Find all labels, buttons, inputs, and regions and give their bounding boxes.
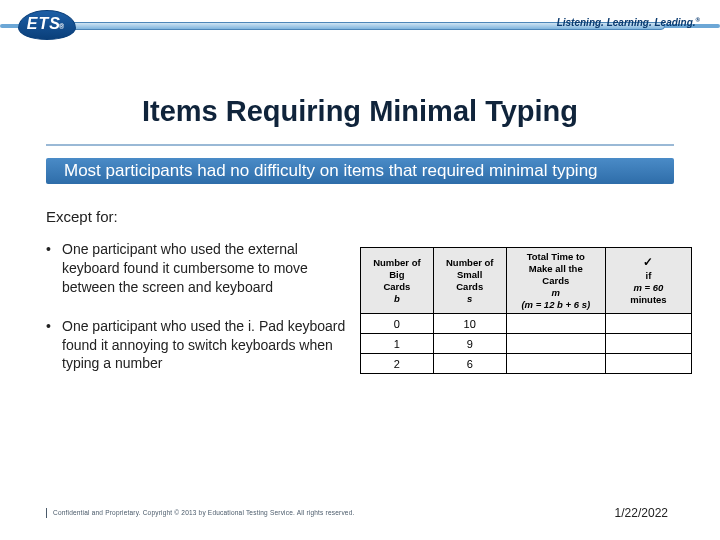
hdr-var: m xyxy=(552,287,560,298)
col-header-small-cards: Number of Small Cards s xyxy=(433,248,506,314)
cell-s: 6 xyxy=(433,354,506,374)
table-header-row: Number of Big Cards b Number of Small Ca… xyxy=(361,248,692,314)
hdr-line: Number of xyxy=(446,257,494,268)
registered-mark: ® xyxy=(696,17,700,23)
cell-s: 10 xyxy=(433,314,506,334)
data-table: Number of Big Cards b Number of Small Ca… xyxy=(360,247,692,374)
ets-logo: ETS® xyxy=(18,10,76,40)
title-underline xyxy=(46,144,674,146)
bullet-dot: • xyxy=(46,317,62,374)
hdr-line: minutes xyxy=(630,294,666,305)
tagline: Listening. Learning. Leading.® xyxy=(557,17,700,28)
registered-mark: ® xyxy=(59,23,65,30)
hdr-var: s xyxy=(467,293,472,304)
hdr-line: Total Time to xyxy=(527,251,585,262)
hdr-line: Number of xyxy=(373,257,421,268)
hdr-line: Make all the xyxy=(529,263,583,274)
list-item: •One participant who used the i. Pad key… xyxy=(46,317,346,374)
tagline-text: Listening. Learning. Leading. xyxy=(557,17,696,28)
cell-b: 2 xyxy=(361,354,434,374)
list-item: •One participant who used the external k… xyxy=(46,240,346,297)
col-header-check: ✓ if m = 60 minutes xyxy=(605,248,691,314)
hdr-formula: (m = 12 b + 6 s) xyxy=(521,299,590,310)
col-header-total-time: Total Time to Make all the Cards m (m = … xyxy=(506,248,605,314)
col-header-big-cards: Number of Big Cards b xyxy=(361,248,434,314)
bullet-dot: • xyxy=(46,240,62,297)
cell-s: 9 xyxy=(433,334,506,354)
bullet-text: One participant who used the i. Pad keyb… xyxy=(62,317,346,374)
footer-bar xyxy=(46,508,47,518)
table-row: 1 9 xyxy=(361,334,692,354)
footer-date: 1/22/2022 xyxy=(615,506,668,520)
cell-b: 1 xyxy=(361,334,434,354)
slide-title: Items Requiring Minimal Typing xyxy=(0,95,720,128)
except-label: Except for: xyxy=(46,208,118,225)
slide: ETS® Listening. Learning. Leading.® Item… xyxy=(0,0,720,540)
hdr-line: Small xyxy=(457,269,482,280)
bullet-list: •One participant who used the external k… xyxy=(46,240,346,393)
cell-m xyxy=(506,334,605,354)
footer-confidential: Confidential and Proprietary. Copyright … xyxy=(46,508,354,518)
table-row: 2 6 xyxy=(361,354,692,374)
cell-m xyxy=(506,354,605,374)
hdr-line: Cards xyxy=(383,281,410,292)
data-table-wrap: Number of Big Cards b Number of Small Ca… xyxy=(360,247,692,374)
hdr-line: Cards xyxy=(456,281,483,292)
summary-banner: Most participants had no difficulty on i… xyxy=(46,158,674,184)
cell-b: 0 xyxy=(361,314,434,334)
hdr-line: Big xyxy=(389,269,404,280)
table-row: 0 10 xyxy=(361,314,692,334)
header-bar: ETS® Listening. Learning. Leading.® xyxy=(0,0,720,60)
hdr-line: Cards xyxy=(542,275,569,286)
cell-chk xyxy=(605,314,691,334)
check-icon: ✓ xyxy=(643,255,653,269)
cell-chk xyxy=(605,354,691,374)
hdr-line: if xyxy=(646,270,652,281)
hdr-var: b xyxy=(394,293,400,304)
banner-text: Most participants had no difficulty on i… xyxy=(46,161,598,181)
bullet-text: One participant who used the external ke… xyxy=(62,240,346,297)
cell-m xyxy=(506,314,605,334)
footer-confidential-text: Confidential and Proprietary. Copyright … xyxy=(53,509,354,516)
hdr-cond: m = 60 xyxy=(634,282,664,293)
cell-chk xyxy=(605,334,691,354)
logo-text: ETS xyxy=(27,15,61,32)
